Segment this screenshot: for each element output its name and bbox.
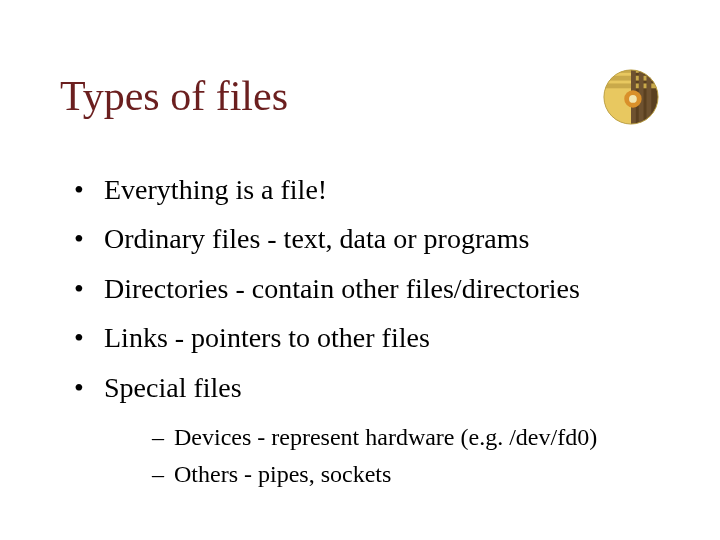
slide: Types of files Everything is a file! Ord… (0, 0, 720, 540)
globe-logo-icon (602, 68, 660, 126)
list-item: Ordinary files - text, data or programs (60, 217, 670, 260)
list-item: Everything is a file! (60, 168, 670, 211)
slide-title: Types of files (60, 72, 670, 120)
svg-point-11 (629, 95, 637, 103)
sub-list: Devices - represent hardware (e.g. /dev/… (104, 419, 670, 493)
list-item: Special files Devices - represent hardwa… (60, 366, 670, 494)
bullet-list: Everything is a file! Ordinary files - t… (60, 168, 670, 493)
sub-list-item: Devices - represent hardware (e.g. /dev/… (104, 419, 670, 456)
list-item: Directories - contain other files/direct… (60, 267, 670, 310)
sub-list-item: Others - pipes, sockets (104, 456, 670, 493)
list-item-label: Special files (104, 372, 242, 403)
list-item: Links - pointers to other files (60, 316, 670, 359)
